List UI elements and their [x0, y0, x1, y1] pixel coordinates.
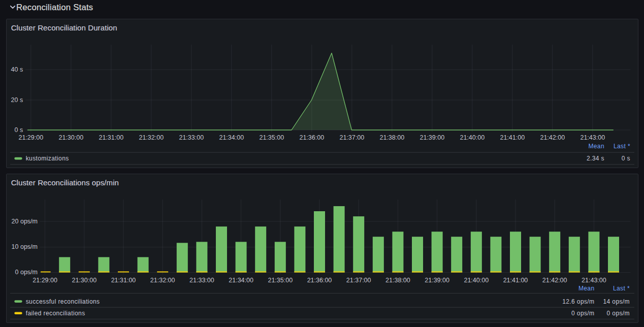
svg-text:20 ops/m: 20 ops/m — [12, 218, 38, 225]
svg-text:21:33:00: 21:33:00 — [189, 277, 214, 284]
svg-text:21:39:00: 21:39:00 — [420, 134, 444, 141]
svg-text:0 s: 0 s — [622, 155, 630, 162]
svg-text:21:38:00: 21:38:00 — [385, 277, 410, 284]
svg-text:0 ops/m: 0 ops/m — [15, 269, 38, 276]
svg-text:kustomizations: kustomizations — [26, 155, 69, 162]
svg-text:21:43:00: 21:43:00 — [580, 134, 605, 141]
svg-text:Last *: Last * — [614, 143, 630, 150]
svg-text:21:35:00: 21:35:00 — [268, 277, 293, 284]
svg-text:2.34 s: 2.34 s — [587, 155, 604, 162]
svg-text:21:32:00: 21:32:00 — [139, 134, 164, 141]
svg-text:Mean: Mean — [578, 285, 595, 292]
svg-text:21:37:00: 21:37:00 — [346, 277, 371, 284]
svg-text:21:31:00: 21:31:00 — [99, 134, 123, 141]
svg-text:21:30:00: 21:30:00 — [58, 134, 83, 141]
svg-text:21:36:00: 21:36:00 — [307, 277, 332, 284]
svg-text:21:41:00: 21:41:00 — [503, 277, 528, 284]
svg-text:10 ops/m: 10 ops/m — [12, 243, 38, 250]
svg-text:21:40:00: 21:40:00 — [460, 134, 485, 141]
svg-text:0 ops/m: 0 ops/m — [607, 310, 630, 317]
svg-text:successful reconciliations: successful reconciliations — [26, 298, 100, 305]
svg-text:21:38:00: 21:38:00 — [379, 134, 404, 141]
svg-text:21:39:00: 21:39:00 — [425, 277, 449, 284]
svg-text:Last *: Last * — [613, 285, 630, 292]
svg-text:21:29:00: 21:29:00 — [33, 277, 57, 284]
svg-text:21:34:00: 21:34:00 — [229, 277, 253, 284]
svg-text:21:43:00: 21:43:00 — [582, 277, 606, 284]
svg-text:40 s: 40 s — [11, 66, 23, 73]
svg-text:21:37:00: 21:37:00 — [339, 134, 364, 141]
svg-text:21:35:00: 21:35:00 — [259, 134, 284, 141]
svg-text:21:42:00: 21:42:00 — [540, 134, 565, 141]
svg-text:21:41:00: 21:41:00 — [500, 134, 525, 141]
svg-text:failed reconciliations: failed reconciliations — [26, 310, 85, 317]
svg-text:21:34:00: 21:34:00 — [219, 134, 244, 141]
svg-text:21:29:00: 21:29:00 — [18, 134, 43, 141]
svg-text:21:30:00: 21:30:00 — [72, 277, 96, 284]
svg-text:0 s: 0 s — [15, 126, 23, 134]
svg-text:21:32:00: 21:32:00 — [150, 277, 175, 284]
svg-text:21:31:00: 21:31:00 — [111, 277, 136, 284]
svg-text:12.6 ops/m: 12.6 ops/m — [562, 298, 594, 305]
svg-text:20 s: 20 s — [11, 96, 23, 104]
svg-text:21:42:00: 21:42:00 — [542, 277, 567, 284]
svg-text:21:36:00: 21:36:00 — [299, 134, 324, 141]
svg-text:Mean: Mean — [588, 143, 604, 150]
svg-text:14 ops/m: 14 ops/m — [603, 298, 630, 305]
svg-text:21:40:00: 21:40:00 — [464, 277, 489, 284]
svg-text:0 ops/m: 0 ops/m — [571, 310, 595, 317]
svg-text:21:33:00: 21:33:00 — [179, 134, 204, 141]
